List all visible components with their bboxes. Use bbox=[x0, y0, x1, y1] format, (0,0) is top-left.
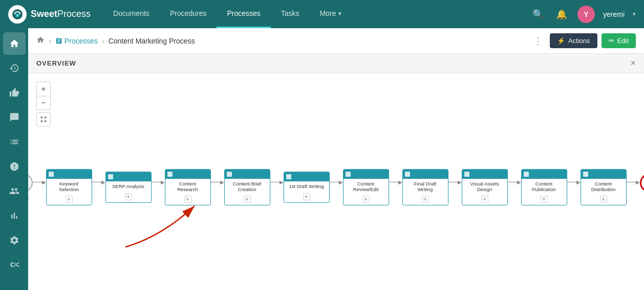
nav-tasks[interactable]: Tasks bbox=[271, 0, 310, 28]
flow-arrow-3: ▶ bbox=[211, 179, 224, 185]
svg-point-1 bbox=[16, 14, 19, 17]
nav-documents[interactable]: Documents bbox=[103, 0, 160, 28]
step-expand-4[interactable]: + bbox=[244, 196, 251, 203]
search-button[interactable]: 🔍 bbox=[530, 7, 546, 22]
step-box-8: Visual AssetsDesign + bbox=[462, 169, 508, 205]
nav-processes[interactable]: Processes bbox=[217, 0, 270, 28]
user-name[interactable]: yeremi bbox=[603, 10, 625, 18]
user-dropdown-arrow[interactable]: ▾ bbox=[633, 11, 636, 17]
sidebar-item-list[interactable] bbox=[3, 131, 26, 153]
edit-icon: ✏ bbox=[609, 37, 614, 45]
edit-button[interactable]: ✏ Edit bbox=[602, 33, 636, 48]
sidebar-item-analytics[interactable] bbox=[3, 204, 26, 227]
user-avatar[interactable]: Y bbox=[577, 6, 595, 23]
step-expand-6[interactable]: + bbox=[362, 196, 370, 203]
sidebar-item-home[interactable] bbox=[3, 32, 26, 55]
zoom-controls: + − bbox=[36, 81, 51, 127]
flow-start-node: Start bbox=[28, 174, 33, 201]
breadcrumb-processes[interactable]: Processes bbox=[55, 37, 98, 45]
zoom-in-button[interactable]: + bbox=[36, 81, 51, 96]
end-circle bbox=[640, 174, 645, 192]
sidebar-item-users[interactable] bbox=[3, 180, 26, 202]
breadcrumb-sep-1: › bbox=[49, 37, 51, 45]
step-title-10: ContentDistribution bbox=[584, 180, 623, 192]
topnav-right: 🔍 🔔 Y yeremi ▾ bbox=[530, 6, 636, 23]
step-title-7: Final DraftWriting bbox=[406, 180, 445, 192]
topnav-items: Documents Procedures Processes Tasks Mor… bbox=[103, 0, 530, 28]
sidebar-item-wave[interactable] bbox=[3, 254, 26, 276]
main-layout: › Processes › Content Marketing Process … bbox=[0, 28, 644, 290]
overview-title: OVERVIEW bbox=[36, 59, 76, 67]
more-dropdown-arrow: ▾ bbox=[338, 10, 341, 17]
start-label: Start bbox=[28, 195, 29, 201]
step-box-5: 1st Draft Writing + bbox=[284, 172, 330, 202]
nav-more[interactable]: More ▾ bbox=[310, 0, 352, 28]
diagram-area: + − Start ▶ bbox=[28, 73, 644, 290]
step-box-9: ContentPublication + bbox=[521, 169, 567, 205]
breadcrumb-home[interactable] bbox=[36, 36, 45, 46]
flow-arrow-10: ▶ bbox=[627, 179, 640, 185]
flow-step-6[interactable]: ContentReview/Edit + bbox=[343, 169, 389, 205]
lightning-icon: ⚡ bbox=[557, 37, 565, 45]
step-title-5: 1st Draft Writing bbox=[287, 183, 326, 189]
red-arrow-annotation bbox=[100, 196, 212, 259]
flow-arrow-9: ▶ bbox=[567, 179, 581, 185]
step-expand-8[interactable]: + bbox=[481, 196, 488, 203]
step-expand-9[interactable]: + bbox=[541, 196, 548, 203]
fit-button[interactable] bbox=[36, 112, 51, 127]
breadcrumb-current: Content Marketing Process bbox=[109, 37, 195, 45]
flow-step-1[interactable]: KeywordSelection + bbox=[46, 169, 92, 205]
step-box-1: KeywordSelection + bbox=[46, 169, 92, 205]
sidebar-item-umbrella[interactable] bbox=[3, 155, 26, 178]
logo-icon bbox=[8, 5, 27, 24]
notifications-button[interactable]: 🔔 bbox=[554, 7, 569, 22]
step-title-8: Visual AssetsDesign bbox=[465, 180, 504, 192]
breadcrumb-bar: › Processes › Content Marketing Process … bbox=[28, 28, 644, 54]
step-expand-7[interactable]: + bbox=[422, 196, 429, 203]
start-circle bbox=[28, 174, 33, 192]
overview-header: OVERVIEW × bbox=[28, 54, 644, 73]
sidebar-item-like[interactable] bbox=[3, 81, 26, 104]
logo-text: SweetProcess bbox=[31, 9, 91, 19]
flow-step-9[interactable]: ContentPublication + bbox=[521, 169, 567, 205]
step-title-6: ContentReview/Edit bbox=[347, 180, 385, 192]
flow-arrow-4: ▶ bbox=[270, 179, 284, 185]
step-expand-1[interactable]: + bbox=[66, 196, 73, 203]
breadcrumb-sep-2: › bbox=[102, 37, 104, 45]
flow-step-10[interactable]: ContentDistribution + bbox=[581, 169, 627, 205]
flow-step-5[interactable]: 1st Draft Writing + bbox=[284, 172, 330, 202]
breadcrumb-actions: ⋮ ⚡ Actions ✏ Edit bbox=[530, 33, 636, 49]
flow-arrow-5: ▶ bbox=[330, 179, 343, 185]
content-area: › Processes › Content Marketing Process … bbox=[28, 28, 644, 290]
flow-arrow-8: ▶ bbox=[508, 179, 521, 185]
step-expand-10[interactable]: + bbox=[600, 196, 607, 203]
flow-arrow-1: ▶ bbox=[92, 179, 105, 185]
step-title-9: ContentPublication bbox=[525, 180, 564, 192]
logo[interactable]: SweetProcess bbox=[8, 5, 91, 24]
nav-procedures[interactable]: Procedures bbox=[160, 0, 217, 28]
close-overview-button[interactable]: × bbox=[630, 58, 636, 69]
sidebar-item-settings[interactable] bbox=[3, 229, 26, 252]
step-title-1: KeywordSelection bbox=[50, 180, 89, 192]
flow-arrow-2: ▶ bbox=[152, 179, 165, 185]
flow-arrow-6: ▶ bbox=[389, 179, 402, 185]
zoom-out-button[interactable]: − bbox=[36, 96, 51, 110]
flow-step-8[interactable]: Visual AssetsDesign + bbox=[462, 169, 508, 205]
flow-step-4[interactable]: Content BriefCreation + bbox=[224, 169, 270, 205]
step-title-3: ContentResearch bbox=[168, 180, 207, 192]
top-navigation: SweetProcess Documents Procedures Proces… bbox=[0, 0, 644, 28]
red-arrow-svg bbox=[100, 196, 212, 257]
step-box-7: Final DraftWriting + bbox=[402, 169, 448, 205]
flow-arrow-0: ▶ bbox=[33, 179, 46, 185]
actions-button[interactable]: ⚡ Actions bbox=[550, 33, 597, 48]
flow-arrow-7: ▶ bbox=[448, 179, 462, 185]
step-box-6: ContentReview/Edit + bbox=[343, 169, 389, 205]
step-expand-5[interactable]: + bbox=[303, 193, 310, 200]
step-box-4: Content BriefCreation + bbox=[224, 169, 270, 205]
sidebar-item-history[interactable] bbox=[3, 57, 26, 79]
more-options-button[interactable]: ⋮ bbox=[530, 33, 546, 49]
step-title-4: Content BriefCreation bbox=[228, 180, 267, 192]
step-title-2: SERP Analysis bbox=[109, 183, 148, 189]
flow-step-7[interactable]: Final DraftWriting + bbox=[402, 169, 448, 205]
sidebar-item-comments[interactable] bbox=[3, 106, 26, 129]
